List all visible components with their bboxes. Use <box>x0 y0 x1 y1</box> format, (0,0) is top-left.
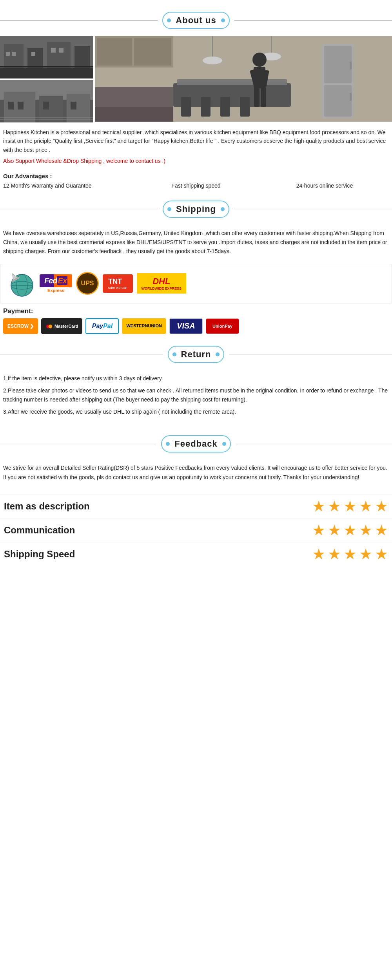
page-wrapper: About us <box>0 12 392 566</box>
stars-communication: ★ ★ ★ ★ ★ <box>312 522 388 539</box>
about-us-header: About us <box>0 12 392 29</box>
svg-rect-4 <box>74 46 90 68</box>
svg-rect-44 <box>350 62 352 69</box>
svg-rect-17 <box>8 102 14 109</box>
svg-rect-19 <box>43 102 49 109</box>
tnt-logo: TNT sure we can <box>103 274 133 293</box>
star-s3: ★ <box>343 546 357 563</box>
svg-rect-34 <box>240 97 250 117</box>
visa-logo: VISA <box>169 318 203 334</box>
svg-rect-49 <box>95 87 173 107</box>
svg-rect-7 <box>6 52 10 56</box>
svg-rect-42 <box>324 46 352 83</box>
rating-label-shipping: Shipping Speed <box>4 549 102 560</box>
star-c2: ★ <box>328 522 341 539</box>
return-line-left <box>0 354 163 354</box>
star-s5: ★ <box>375 546 388 563</box>
factory-svg-bottom <box>0 80 93 122</box>
svg-rect-48 <box>134 38 171 66</box>
about-description: Happiness Kitchen is a professional and … <box>3 128 389 154</box>
star-2: ★ <box>328 498 341 515</box>
advantage-service: 24-hours online service <box>260 182 389 189</box>
return-header: Return <box>0 346 392 363</box>
rating-row-item: Item as description ★ ★ ★ ★ ★ <box>0 494 392 518</box>
svg-rect-15 <box>39 96 63 122</box>
svg-rect-10 <box>51 48 56 53</box>
star-4: ★ <box>359 498 372 515</box>
advantages-row: 12 Month's Warranty and Guarantee Fast s… <box>0 182 392 189</box>
svg-rect-16 <box>67 94 90 122</box>
factory-image-top <box>0 36 93 78</box>
return-item-1: 1,If the item is defective, please notif… <box>3 374 389 383</box>
svg-rect-18 <box>18 102 24 109</box>
feedback-line-right <box>236 444 392 444</box>
feedback-line-left <box>0 444 156 444</box>
svg-rect-5 <box>0 68 93 78</box>
ratings-table: Item as description ★ ★ ★ ★ ★ Communicat… <box>0 494 392 566</box>
fedex-logo: FedEx Express <box>40 274 72 293</box>
ups-logo: UPS <box>76 272 99 295</box>
rating-label-communication: Communication <box>4 525 102 536</box>
svg-rect-45 <box>350 93 352 101</box>
star-s2: ★ <box>328 546 341 563</box>
about-us-badge: About us <box>162 12 229 29</box>
feedback-header: Feedback <box>0 435 392 453</box>
escrow-logo: ESCROW ❯ <box>3 318 38 334</box>
svg-rect-33 <box>220 97 230 117</box>
return-badge: Return <box>168 346 225 363</box>
about-text: Happiness Kitchen is a professional and … <box>0 122 392 167</box>
about-red-link: Also Support Wholesale &Drop Shipping , … <box>3 157 389 165</box>
rating-row-shipping: Shipping Speed ★ ★ ★ ★ ★ <box>0 542 392 566</box>
star-s4: ★ <box>359 546 372 563</box>
paypal-logo: PayPal <box>85 318 119 334</box>
star-5: ★ <box>375 498 388 515</box>
shipping-text: We have oversea warehouses seperately in… <box>0 225 392 260</box>
svg-rect-8 <box>12 52 16 56</box>
fedex-express-label: Express <box>47 288 64 293</box>
about-images-left <box>0 36 93 122</box>
return-line-right <box>229 354 392 354</box>
about-images <box>0 36 392 122</box>
svg-rect-3 <box>47 42 71 68</box>
factory-image-bottom <box>0 80 93 122</box>
advantages-title: Our Advantages : <box>3 173 389 179</box>
factory-svg-top <box>0 36 93 78</box>
svg-rect-9 <box>31 52 35 56</box>
payment-logos: ESCROW ❯ ●● MasterCard PayPal WESTERNUNI… <box>0 318 392 334</box>
rating-row-communication: Communication ★ ★ ★ ★ ★ <box>0 518 392 542</box>
svg-rect-32 <box>201 97 211 117</box>
return-item-2: 2,Please take clear photos or videos to … <box>3 386 389 404</box>
svg-point-35 <box>252 53 267 67</box>
shipping-line-right <box>234 209 392 209</box>
svg-rect-11 <box>59 48 64 53</box>
feedback-text: We strive for an overall Detailed Seller… <box>0 460 392 486</box>
airplane-globe-icon <box>4 269 36 298</box>
shipping-line-left <box>0 209 158 209</box>
star-c1: ★ <box>312 522 325 539</box>
unionpay-logo: UnionPay <box>206 318 239 334</box>
svg-rect-2 <box>27 48 43 68</box>
svg-rect-50 <box>95 107 173 122</box>
advantage-shipping: Fast shipping speed <box>132 182 260 189</box>
shipping-badge: Shipping <box>163 201 229 218</box>
svg-rect-39 <box>254 87 260 107</box>
kitchen-image <box>95 36 392 122</box>
svg-rect-47 <box>97 38 132 66</box>
star-1: ★ <box>312 498 325 515</box>
dhl-logo: DHL WORLDWIDE EXPRESS <box>137 273 187 294</box>
mastercard-logo: ●● MasterCard <box>41 318 82 334</box>
feedback-badge: Feedback <box>161 435 231 453</box>
star-c5: ★ <box>375 522 388 539</box>
svg-rect-43 <box>324 85 352 117</box>
courier-logos: FedEx Express UPS TNT sure we can DHL WO… <box>0 264 392 303</box>
shipping-header: Shipping <box>0 201 392 218</box>
header-line-right <box>234 20 392 21</box>
stars-item: ★ ★ ★ ★ ★ <box>312 498 388 515</box>
return-item-3: 3,After we receive the goods, we usually… <box>3 407 389 416</box>
star-s1: ★ <box>312 546 325 563</box>
star-c3: ★ <box>343 522 357 539</box>
star-3: ★ <box>343 498 357 515</box>
svg-point-26 <box>203 57 222 64</box>
westernunion-logo: WESTERNUNION <box>122 318 166 334</box>
advantage-warranty: 12 Month's Warranty and Guarantee <box>3 182 132 189</box>
